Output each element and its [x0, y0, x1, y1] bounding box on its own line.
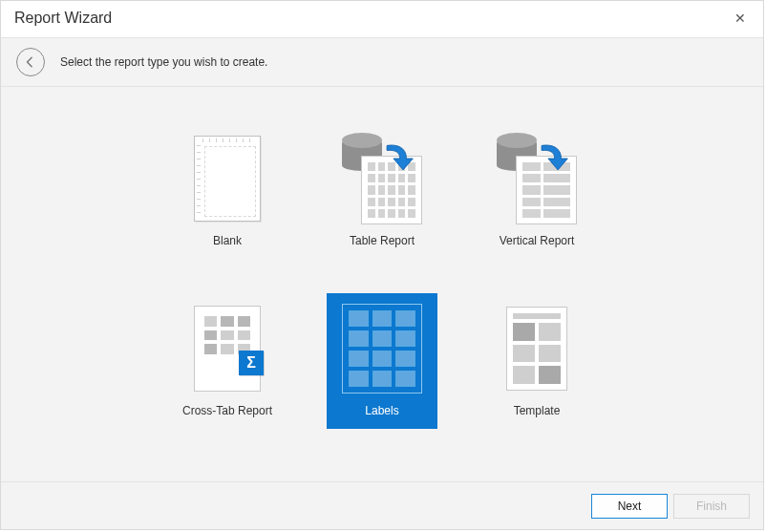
- next-button[interactable]: Next: [591, 494, 668, 519]
- labels-icon: [332, 301, 432, 396]
- grid-row: Blank: [172, 123, 592, 259]
- option-label: Labels: [365, 404, 398, 417]
- option-blank[interactable]: Blank: [172, 123, 283, 259]
- option-cross-tab-report[interactable]: Σ Cross-Tab Report: [172, 293, 283, 429]
- cross-tab-icon: Σ: [178, 301, 277, 396]
- report-wizard-window: Report Wizard ✕ Select the report type y…: [0, 0, 764, 530]
- option-label: Vertical Report: [500, 234, 575, 247]
- vertical-report-icon: [487, 131, 586, 226]
- option-template[interactable]: Template: [481, 293, 592, 429]
- instruction-text: Select the report type you wish to creat…: [60, 55, 267, 69]
- option-label: Table Report: [350, 234, 415, 247]
- back-button[interactable]: [16, 48, 45, 76]
- close-button[interactable]: ✕: [731, 9, 750, 28]
- wizard-body: Blank: [1, 87, 763, 481]
- report-type-grid: Blank: [1, 123, 763, 429]
- option-label: Cross-Tab Report: [182, 404, 272, 417]
- arrow-down-icon: [537, 142, 569, 175]
- titlebar: Report Wizard ✕: [1, 1, 763, 37]
- option-table-report[interactable]: Table Report: [327, 123, 437, 259]
- footer: Next Finish: [1, 481, 763, 529]
- arrow-left-icon: [24, 55, 37, 69]
- table-report-icon: [332, 131, 432, 226]
- template-icon: [487, 301, 586, 396]
- subheader: Select the report type you wish to creat…: [1, 37, 763, 87]
- option-vertical-report[interactable]: Vertical Report: [481, 123, 592, 259]
- option-label: Blank: [213, 234, 242, 247]
- option-label: Template: [514, 404, 561, 417]
- grid-row: Σ Cross-Tab Report: [172, 293, 592, 429]
- blank-report-icon: [178, 131, 277, 226]
- sigma-icon: Σ: [239, 351, 264, 375]
- finish-button: Finish: [673, 494, 750, 519]
- arrow-down-icon: [382, 142, 415, 175]
- window-title: Report Wizard: [14, 10, 112, 27]
- option-labels[interactable]: Labels: [327, 293, 437, 429]
